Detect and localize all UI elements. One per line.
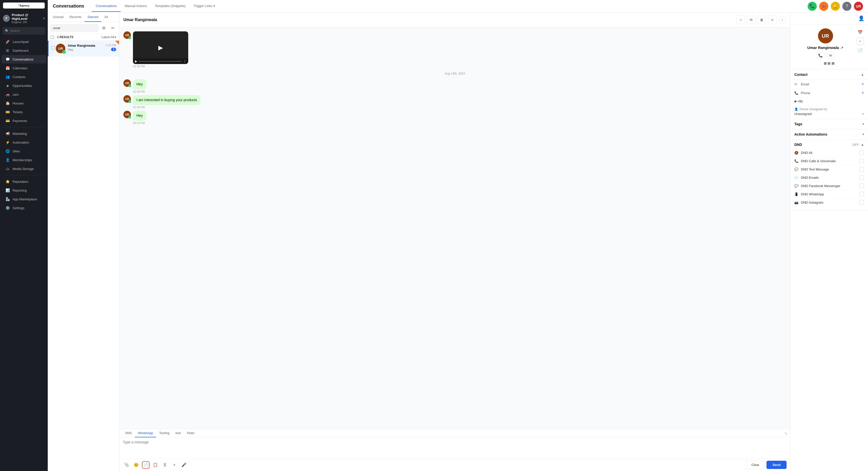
dnd-facebook-checkbox[interactable]	[860, 183, 864, 188]
sidebar-item-contacts[interactable]: 👥 Contacts	[1, 73, 46, 81]
external-link-icon[interactable]: ↗	[840, 46, 843, 50]
contact-profile-button[interactable]: 👤	[858, 14, 865, 22]
notification-icon-button[interactable]: 🔔	[831, 2, 840, 11]
tab-trigger-links[interactable]: Trigger Links ▾	[189, 0, 219, 12]
dnd-item-instagram: 📷 DND Instagram	[794, 198, 864, 207]
sidebar-item-payments[interactable]: 💳 Payments	[1, 116, 46, 125]
whatsapp-status-icon: ✓	[128, 36, 131, 39]
mic-button[interactable]: 🎤	[180, 461, 188, 469]
delete-action-button[interactable]: 🗑	[757, 15, 766, 24]
automations-section-header[interactable]: Active Automations ▾	[790, 129, 868, 140]
sidebar-item-launchpad[interactable]: 🚀 Launchpad	[1, 37, 46, 46]
checkbox-icon-button[interactable]: ✓	[857, 37, 864, 45]
tab-recents[interactable]: Recents	[67, 12, 85, 22]
conv-list-items: UR ✓ Umar Ranginwala Hey 5:23 PM 3	[48, 41, 119, 471]
tab-conversations[interactable]: Conversations	[92, 0, 121, 12]
message-bubble: Hey	[133, 79, 146, 89]
expand-input-button[interactable]: ⤡	[784, 431, 787, 435]
sidebar-item-sites[interactable]: 🌐 Sites	[1, 147, 46, 156]
account-switcher[interactable]: P Product @ HighLevel Eugene, OR ▾	[0, 11, 48, 26]
email-action-button[interactable]: ✉	[747, 15, 755, 24]
filter-action-button[interactable]: ≡	[768, 15, 777, 24]
sidebar-item-reporting[interactable]: 📊 Reporting	[1, 186, 46, 195]
dnd-text-icon: 💬	[794, 167, 799, 171]
emoji-button[interactable]: 😊	[132, 461, 140, 469]
add-email-button[interactable]: +	[862, 82, 864, 87]
grid-icon-button[interactable]: ⊞ ⊞ ⊞	[824, 61, 835, 65]
channel-tab-whatsapp[interactable]: WhatsApp	[135, 429, 156, 437]
conv-item-checkbox[interactable]	[52, 46, 55, 49]
star-action-button[interactable]: ☆	[736, 15, 745, 24]
calendar-icon-button[interactable]: 📅	[857, 28, 864, 36]
tab-starred[interactable]: Starred	[85, 12, 101, 22]
sidebar-item-marketing[interactable]: 📢 Marketing	[1, 129, 46, 138]
dnd-email-checkbox[interactable]	[860, 175, 864, 180]
sidebar-item-tickets[interactable]: 🎫 Tickets	[1, 108, 46, 116]
sidebar-item-reputation[interactable]: ⭐ Reputation	[1, 177, 46, 186]
sidebar-item-memberships[interactable]: 👤 Memberships	[1, 156, 46, 164]
tab-all[interactable]: All	[101, 12, 111, 22]
sidebar-item-automation[interactable]: ⚡ Automation	[1, 138, 46, 147]
tab-templates[interactable]: Templates (Snippets)	[151, 0, 189, 12]
add-phone-button[interactable]: +	[862, 91, 864, 95]
global-search-input[interactable]	[10, 29, 48, 33]
broadcast-icon-button[interactable]: 📣	[819, 2, 828, 11]
phone-active-indicator	[794, 100, 796, 102]
sort-select[interactable]: Latest-All ▾	[101, 35, 116, 39]
send-button[interactable]: Send	[767, 461, 786, 469]
sidebar-divider-2	[3, 175, 44, 175]
message-input[interactable]	[123, 440, 786, 455]
contact-section-header[interactable]: Contact ▲	[790, 70, 868, 80]
play-icon[interactable]: ▶	[158, 44, 163, 51]
tab-unread[interactable]: Unread	[50, 12, 67, 22]
dnd-instagram-checkbox[interactable]	[860, 200, 864, 205]
attachment-button[interactable]: 📎	[123, 461, 130, 469]
video-player[interactable]: ▶ ▶ ⋮	[133, 31, 188, 64]
conv-search-row: ⚙ ✏	[48, 22, 119, 34]
next-conv-button[interactable]: ›	[778, 16, 786, 24]
dnd-calls-icon: 📞	[794, 159, 799, 163]
channel-tab-peter[interactable]: Peter	[184, 429, 197, 437]
plus-button[interactable]: +	[170, 461, 178, 469]
dnd-calls-checkbox[interactable]	[860, 159, 864, 163]
tab-manual-actions[interactable]: Manual Actions	[121, 0, 151, 12]
sidebar-item-calendars[interactable]: 📅 Calendars	[1, 64, 46, 72]
sidebar-item-media-storage[interactable]: 🗂 Media Storage	[1, 164, 46, 173]
phone-icon-button[interactable]: 📞	[808, 2, 817, 11]
conv-filter-button[interactable]: ⚙	[100, 24, 107, 32]
select-all-checkbox[interactable]	[51, 36, 54, 39]
template-button[interactable]: 📋	[152, 461, 159, 469]
conv-compose-button[interactable]: ✏	[109, 24, 117, 32]
conv-search-input[interactable]	[50, 24, 98, 32]
owner-dropdown-icon[interactable]: ▾	[862, 112, 864, 116]
sidebar-item-dashboard[interactable]: ⊞ Dashboard	[1, 46, 46, 55]
dnd-text-checkbox[interactable]	[860, 167, 864, 171]
right-panel-top-actions: 👤	[790, 12, 868, 24]
channel-tab-test[interactable]: test	[173, 429, 184, 437]
email-contact-button[interactable]: ✉	[827, 52, 834, 59]
document-button[interactable]: 📄	[142, 461, 150, 469]
owner-icon: 👤	[794, 107, 798, 111]
document-icon-button[interactable]: 📄	[857, 46, 864, 54]
user-avatar[interactable]: UR	[854, 2, 863, 11]
sidebar-item-settings[interactable]: ⚙️ Settings	[1, 204, 46, 212]
owner-label: 👤 Owner (Assigned to)	[794, 107, 864, 111]
conv-list-item[interactable]: UR ✓ Umar Ranginwala Hey 5:23 PM 3	[48, 41, 119, 57]
channel-tab-texting[interactable]: Texting	[156, 429, 173, 437]
dnd-whatsapp-checkbox[interactable]	[860, 192, 864, 196]
global-search-container: 🔍 ⌘K +	[2, 27, 45, 35]
sidebar-item-houses[interactable]: 🏠 Houses	[1, 99, 46, 107]
whatsapp-badge: ✓	[62, 50, 66, 54]
clear-button[interactable]: Clear	[746, 461, 765, 469]
help-icon-button[interactable]: ?	[842, 2, 851, 11]
sidebar-item-conversations[interactable]: 💬 Conversations	[1, 55, 46, 64]
tags-section-header[interactable]: Tags ▾	[790, 119, 868, 129]
launchpad-icon: 🚀	[5, 40, 10, 44]
call-contact-button[interactable]: 📞	[817, 52, 824, 59]
channel-tab-sms[interactable]: SMS	[122, 429, 135, 437]
sidebar-item-opportunities[interactable]: ◈ Opportunities	[1, 81, 46, 90]
payment-button[interactable]: $	[161, 461, 168, 469]
dnd-all-checkbox[interactable]	[860, 150, 864, 155]
sidebar-item-app-marketplace[interactable]: 🏪 App Marketplace	[1, 195, 46, 203]
sidebar-item-cars[interactable]: 🚗 cars	[1, 90, 46, 99]
